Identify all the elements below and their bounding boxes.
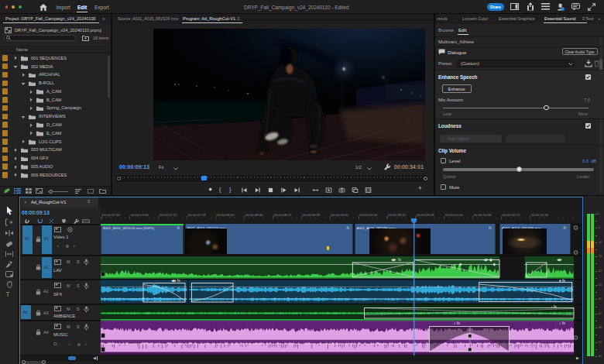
svg-text:♦ fx: ♦ fx	[559, 278, 565, 283]
svg-text:♪ fx: ♪ fx	[559, 321, 565, 325]
svg-text:◀♦ fx: ◀♦ fx	[171, 278, 180, 283]
svg-text:◀♦: ◀♦	[391, 257, 396, 262]
svg-text:◀♦: ◀♦	[557, 257, 562, 262]
svg-text:♪ fx: ♪ fx	[454, 321, 460, 325]
svg-text:fx: fx	[398, 257, 401, 262]
svg-text:◀♦ ◉: ◀♦ ◉	[483, 257, 492, 262]
svg-text:♪ fx: ♪ fx	[551, 304, 557, 309]
